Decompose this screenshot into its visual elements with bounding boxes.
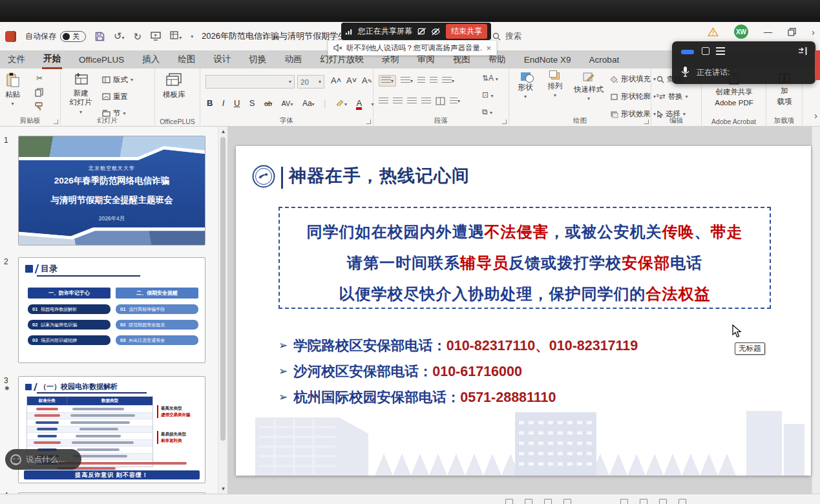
- slide-canvas[interactable]: 神器在手，热线记心间 同学们如在校园内外遭遇不法侵害，或被公安机关传唤、带走 请…: [236, 146, 811, 476]
- autosave-toggle[interactable]: 自动保存 关: [25, 31, 86, 42]
- thumbnail-scrollbar[interactable]: ▲ ▼: [218, 127, 227, 494]
- meeting-chat-bar[interactable]: [5, 449, 81, 470]
- font-size-combo[interactable]: 20▾: [297, 75, 324, 89]
- meeting-window-icon[interactable]: [702, 47, 710, 55]
- tab-endnote[interactable]: EndNote X9: [523, 52, 573, 67]
- list-level-button[interactable]: ▾: [450, 98, 460, 105]
- microphone-icon[interactable]: [681, 66, 689, 77]
- view-normal-button[interactable]: [620, 499, 628, 504]
- notice-close-icon[interactable]: ×: [486, 43, 491, 53]
- screen: 自动保存 关 ↺▾ ↻ ▾ ▾ 2026年防范电信诈骗与清明节假期学生安全 搜索…: [0, 0, 820, 504]
- tab-insert[interactable]: 插入: [141, 51, 161, 68]
- columns-button[interactable]: [436, 97, 445, 105]
- statusbar-icon[interactable]: [525, 499, 532, 504]
- align-right-button[interactable]: [407, 98, 417, 105]
- template-library-button[interactable]: 模板库: [163, 72, 185, 99]
- copy-icon[interactable]: [35, 88, 44, 97]
- strikethrough-button[interactable]: S: [249, 98, 255, 108]
- line-spacing-button[interactable]: ▾: [442, 77, 454, 85]
- restore-window-button[interactable]: [788, 28, 796, 36]
- shapes-button[interactable]: 形状▾: [513, 72, 538, 100]
- numbering-button[interactable]: ▾: [401, 77, 413, 85]
- cut-icon[interactable]: ✂: [36, 74, 43, 83]
- reset-button[interactable]: 重置: [102, 92, 128, 101]
- replace-button[interactable]: ᵇ⇄替换▾: [657, 92, 688, 101]
- statusbar-icon[interactable]: [563, 499, 571, 504]
- tab-draw[interactable]: 绘图: [176, 51, 196, 68]
- hide-preview-icon[interactable]: [431, 28, 441, 36]
- italic-button[interactable]: I: [222, 98, 225, 108]
- meeting-minimize-pill[interactable]: [681, 50, 694, 54]
- smartart-convert-button[interactable]: ⧉ ▾: [482, 107, 492, 116]
- meeting-list-icon[interactable]: [716, 47, 725, 55]
- shape-fill-button[interactable]: 形状填充▾: [610, 74, 656, 84]
- slide-thumbnail-1[interactable]: 北京航空航天大学 2026年春季防范网络电信诈骗 与清明节假期安全提醒主题班会 …: [18, 136, 205, 246]
- annotation-disabled-icon[interactable]: [417, 27, 426, 36]
- view-sorter-button[interactable]: [640, 499, 647, 504]
- table-row: [27, 412, 152, 419]
- highlight-pen-button[interactable]: ▾: [335, 98, 347, 108]
- font-color-button[interactable]: A: [356, 99, 362, 110]
- arrow-bullet-icon: ➢: [279, 339, 288, 352]
- emoji-icon[interactable]: [10, 454, 21, 465]
- scrollbar-thumb[interactable]: [220, 137, 226, 441]
- view-slideshow-button[interactable]: [678, 499, 686, 504]
- grow-font-button[interactable]: A˄: [331, 76, 341, 85]
- increase-indent-button[interactable]: [430, 77, 437, 85]
- undo-button[interactable]: ↺▾: [114, 30, 125, 42]
- character-spacing-button[interactable]: AV▾: [282, 100, 293, 107]
- dialog-launcher-icon[interactable]: [54, 120, 58, 124]
- chat-input[interactable]: [26, 455, 78, 464]
- minimize-button[interactable]: —: [764, 27, 772, 37]
- slide-thumbnail-2[interactable]: 目录 一、防诈牢记于心 01校园电诈数据解析 02以案为鉴辨危识骗 03场景问答…: [18, 257, 205, 363]
- touch-mode-button[interactable]: ▾: [170, 30, 182, 42]
- end-share-button[interactable]: 结束共享: [446, 24, 487, 39]
- strike-ab-button[interactable]: ab: [264, 100, 272, 107]
- tab-file[interactable]: 文件: [6, 51, 26, 68]
- scroll-down-icon[interactable]: ▼: [218, 486, 228, 492]
- tab-animations[interactable]: 动画: [283, 51, 303, 68]
- layout-button[interactable]: 版式▾: [102, 75, 133, 85]
- view-reading-button[interactable]: [659, 499, 667, 504]
- tab-officeplus[interactable]: OfficePLUS: [78, 52, 125, 67]
- account-avatar[interactable]: XW: [734, 25, 748, 39]
- text-direction-button[interactable]: ⇅A ▾: [482, 74, 498, 83]
- save-icon[interactable]: [95, 32, 105, 41]
- panel-collapse-icon[interactable]: [798, 47, 808, 56]
- dialog-launcher-icon[interactable]: [366, 120, 371, 124]
- shrink-font-button[interactable]: A˅: [346, 76, 357, 85]
- align-center-button[interactable]: [393, 98, 403, 105]
- justify-button[interactable]: [421, 98, 431, 105]
- font-name-combo[interactable]: ▾: [205, 75, 295, 89]
- arrange-button[interactable]: 排列▾: [543, 72, 567, 99]
- paste-button[interactable]: 粘贴▾: [5, 72, 20, 107]
- redo-button[interactable]: ↻: [134, 32, 142, 41]
- slide-title[interactable]: 神器在手，热线记心间: [289, 164, 470, 187]
- bold-button[interactable]: B: [207, 98, 213, 108]
- qat-overflow-button[interactable]: ▾: [191, 34, 193, 39]
- tab-home[interactable]: 开始: [42, 50, 62, 69]
- dashed-text-box[interactable]: 同学们如在校园内外遭遇不法侵害，或被公安机关传唤、带走 请第一时间联系辅导员反馈…: [279, 207, 771, 309]
- notes-button[interactable]: [505, 499, 513, 504]
- dialog-launcher-icon[interactable]: [502, 120, 507, 124]
- tab-acrobat[interactable]: Acrobat: [588, 52, 621, 67]
- tab-design[interactable]: 设计: [212, 51, 232, 68]
- quick-styles-button[interactable]: 快速样式▾: [571, 72, 606, 102]
- align-text-button[interactable]: ⊡ ▾: [482, 90, 493, 100]
- underline-button[interactable]: U: [234, 98, 240, 108]
- tab-transitions[interactable]: 切换: [247, 51, 268, 68]
- decrease-indent-button[interactable]: [417, 77, 425, 85]
- change-case-button[interactable]: Aa▾: [302, 99, 315, 108]
- align-left-button[interactable]: [379, 98, 388, 105]
- shape-outline-button[interactable]: 形状轮廓▾: [610, 92, 656, 101]
- dialog-launcher-icon[interactable]: [644, 120, 649, 124]
- statusbar-icon[interactable]: [544, 499, 552, 504]
- format-painter-icon[interactable]: [35, 102, 44, 111]
- ribbon-overflow-chevron[interactable]: ›: [814, 110, 817, 121]
- close-button-partial[interactable]: ›: [812, 26, 815, 37]
- new-slide-button[interactable]: 新建 幻灯片▾: [66, 72, 96, 116]
- slideshow-button[interactable]: [151, 32, 161, 41]
- scroll-up-icon[interactable]: ▲: [218, 129, 228, 134]
- bullets-button[interactable]: ▾: [379, 75, 396, 87]
- clear-formatting-button[interactable]: A✎: [362, 76, 372, 85]
